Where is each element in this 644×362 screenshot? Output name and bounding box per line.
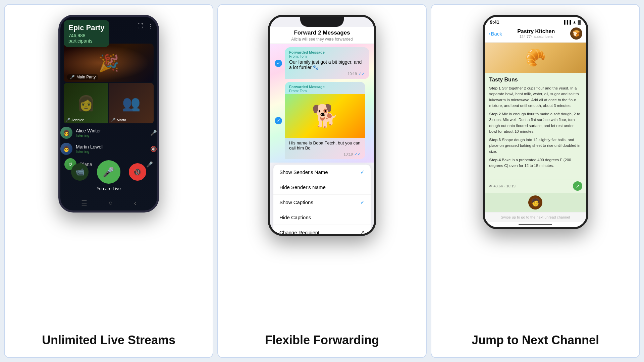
msg1-check: ✓✓ (358, 71, 365, 76)
chat-area: ✓ Forwarded Message From: Tom Our family… (270, 44, 374, 163)
status-bar: 9:41 ▐▐▐ ▲ ▓ (485, 17, 586, 26)
share-button[interactable]: ↗ (573, 181, 582, 191)
more-icon[interactable]: ⋮ (148, 23, 154, 30)
cards-container: Epic Party 746,988participants ⛶ ⋮ 🎉 🎤 M… (0, 0, 644, 362)
msg2: ✓ Forwarded Message From: Tom 🐕 His name… (275, 82, 369, 159)
card-forwarding: Forward 2 Messages Alicia will see they … (217, 4, 427, 358)
recipe-step3: Step 3 Shape dough into 12 slightly flat… (489, 137, 582, 155)
msg2-image: 🐕 (285, 94, 365, 138)
main-video: 🎉 🎤 Main Party (64, 44, 154, 82)
wifi-icon: ▲ (573, 20, 577, 24)
leave-button[interactable]: 📵 You are Live (129, 163, 146, 181)
card2-title: Flexible Forwarding (265, 326, 379, 347)
recipe-step4: Step 4 Bake in a preheated 400 degrees F… (489, 157, 582, 169)
thumb-jennice: 👩 🎤 Jennice (64, 83, 108, 123)
channel-footer: 👁 43.6K · 16:19 ↗ (485, 180, 586, 193)
martin-avatar: 👨 (60, 143, 72, 155)
you-are-live-label: You are Live (60, 186, 157, 191)
thumb-marta: 👥 🎤 Marta (109, 83, 154, 123)
msg2-fwd-label: Forwarded Message (289, 85, 361, 89)
phone-live: Epic Party 746,988participants ⛶ ⋮ 🎉 🎤 M… (58, 15, 159, 213)
live-controls: 📹 🎤 📵 You are Live (60, 160, 157, 184)
status-icons: ▐▐▐ ▲ ▓ (562, 20, 581, 24)
forward-header: Forward 2 Messages Alicia will see they … (270, 27, 374, 44)
channel-hero: 🥐 (485, 43, 586, 73)
channel-content: Tasty Buns Step 1 Stir together 2 cups f… (485, 73, 586, 180)
msg2-caption: His name is Boba Fetch, but you can call… (289, 140, 361, 150)
msg1-text: Our family just got a bit bigger, and a … (289, 59, 365, 70)
msg1-fwd-label: Forwarded Message (289, 50, 365, 54)
channel-subs: 124 774 subscribers (505, 35, 568, 39)
share-icon: ↗ (360, 229, 365, 236)
msg2-check: ✓✓ (354, 152, 361, 157)
recipe-title: Tasty Buns (489, 77, 582, 83)
participant-martin: 👨 Martin Lowell listening 🔇 (60, 141, 157, 157)
forward-title: Forward 2 Messages (277, 29, 367, 36)
menu-show-sender[interactable]: Show Sender's Name ✓ (273, 165, 371, 180)
main-party-label: 🎤 Main Party (67, 74, 98, 80)
notch (300, 17, 344, 27)
participant-alice: 👩 Alice Winter listening 🎤 (60, 125, 157, 141)
eye-icon: 👁 (489, 184, 492, 188)
user-avatar-composer: 🧑 (528, 195, 542, 209)
header-icons: ⛶ ⋮ (138, 23, 154, 30)
forward-menu: Show Sender's Name ✓ Hide Sender's Name … (273, 165, 371, 236)
swipe-hint: Swipe up to go to the next unread channe… (485, 212, 586, 222)
channel-composer: 🧑 (485, 193, 586, 212)
menu-show-captions[interactable]: Show Captions ✓ (273, 195, 371, 210)
participants-count: 746,988participants (68, 33, 105, 44)
card-live-streams: Epic Party 746,988participants ⛶ ⋮ 🎉 🎤 M… (4, 4, 213, 358)
nav-home[interactable]: ○ (109, 199, 113, 207)
msg1-from: From: Tom (289, 54, 365, 58)
channel-header: ‹ Back Pastry Kitchen 124 774 subscriber… (485, 26, 586, 43)
msg2-from: From: Tom (289, 89, 361, 93)
party-name: Epic Party (68, 23, 105, 32)
phone-channel: 9:41 ▐▐▐ ▲ ▓ ‹ Back Pastry Kitchen 124 7… (483, 15, 588, 229)
mic-button[interactable]: 🎤 (97, 160, 120, 184)
msg2-time: 10:19 (343, 152, 353, 156)
nav-back[interactable]: ‹ (134, 199, 136, 207)
status-time: 9:41 (490, 19, 499, 25)
menu-hide-sender[interactable]: Hide Sender's Name (273, 180, 371, 195)
menu-change-recipient[interactable]: Change Recipient ↗ (273, 225, 371, 236)
signal-icon: ▐▐▐ (562, 20, 571, 24)
alice-avatar: 👩 (60, 127, 72, 139)
recipe-step1: Step 1 Stir together 2 cups flour and th… (489, 85, 582, 109)
channel-name: Pastry Kitchen (505, 28, 568, 35)
channel-stats: 👁 43.6K · 16:19 (489, 184, 516, 188)
card3-title: Jump to Next Channel (472, 326, 599, 347)
menu-hide-captions[interactable]: Hide Captions (273, 210, 371, 225)
recipe-step2: Step 2 Mix in enough flour to make a sof… (489, 111, 582, 134)
phone-nav: ☰ ○ ‹ (60, 199, 157, 207)
fullscreen-icon[interactable]: ⛶ (138, 23, 143, 30)
video-button[interactable]: 📹 (71, 163, 89, 181)
check-show-captions: ✓ (360, 199, 365, 205)
channel-name-area: Pastry Kitchen 124 774 subscribers (505, 28, 568, 39)
msg1-time: 10:19 (347, 72, 357, 76)
card1-title: Unlimited Live Streams (42, 326, 175, 347)
nav-menu[interactable]: ☰ (81, 199, 87, 207)
battery-icon: ▓ (578, 20, 581, 24)
back-chevron: ‹ (489, 31, 490, 37)
home-indicator-ch (519, 224, 552, 225)
thumbnails-row: 👩 🎤 Jennice 👥 🎤 Marta (64, 83, 154, 123)
channel-avatar: 🍞 (570, 27, 582, 40)
martin-mic-icon: 🔇 (150, 146, 157, 152)
phone-forward: Forward 2 Messages Alicia will see they … (268, 15, 376, 236)
forward-subtitle: Alicia will see they were forwarded (277, 37, 367, 42)
msg1: ✓ Forwarded Message From: Tom Our family… (275, 47, 369, 79)
alice-mic-icon: 🎤 (150, 130, 157, 136)
check-show-sender: ✓ (360, 169, 365, 175)
card-channel: 9:41 ▐▐▐ ▲ ▓ ‹ Back Pastry Kitchen 124 7… (431, 4, 640, 358)
back-button[interactable]: ‹ Back (489, 31, 502, 37)
